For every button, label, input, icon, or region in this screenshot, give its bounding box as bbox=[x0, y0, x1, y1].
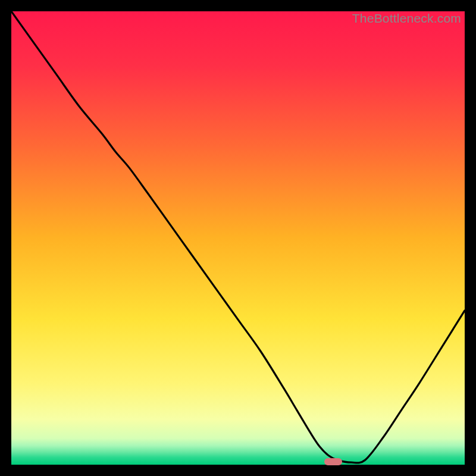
plot-frame: TheBottleneck.com bbox=[11, 11, 465, 465]
gradient-plot bbox=[11, 11, 465, 465]
optimal-marker bbox=[324, 458, 342, 465]
watermark-text: TheBottleneck.com bbox=[352, 11, 461, 26]
gradient-background bbox=[11, 11, 465, 465]
